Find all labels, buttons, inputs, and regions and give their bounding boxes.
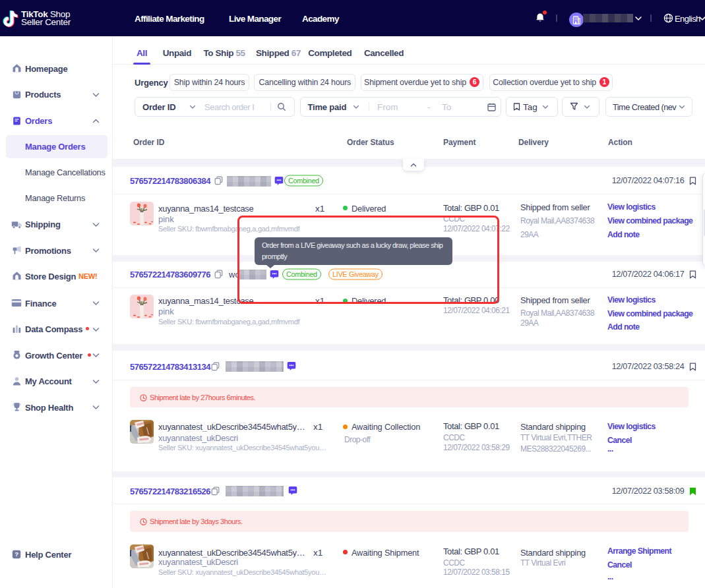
svg-text:?: ? [15,550,18,558]
